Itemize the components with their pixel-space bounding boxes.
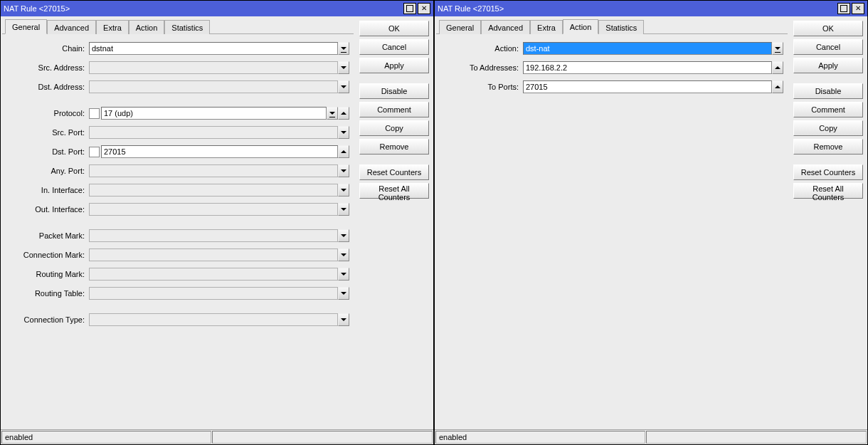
connection-type-input[interactable] [89, 313, 338, 326]
tab-extra[interactable]: Extra [530, 20, 563, 34]
in-interface-expand-icon[interactable] [338, 184, 349, 197]
reset-counters-button[interactable]: Reset Counters [793, 164, 863, 180]
chain-label: Chain: [6, 44, 89, 53]
routing-table-expand-icon[interactable] [338, 287, 349, 300]
reset-counters-button[interactable]: Reset Counters [359, 164, 429, 180]
apply-button[interactable]: Apply [793, 58, 863, 73]
window-title: NAT Rule <27015> [4, 4, 402, 13]
packet-mark-input[interactable] [89, 229, 338, 242]
ok-button[interactable]: OK [359, 21, 429, 36]
src-address-label: Src. Address: [6, 63, 89, 72]
chain-dropdown-icon[interactable] [338, 42, 349, 55]
to-ports-collapse-icon[interactable] [772, 80, 783, 93]
routing-mark-label: Routing Mark: [6, 270, 89, 278]
dst-port-invert-checkbox[interactable] [89, 147, 100, 157]
comment-button[interactable]: Comment [793, 102, 863, 117]
close-icon[interactable]: ✕ [418, 3, 430, 14]
tab-extra[interactable]: Extra [96, 20, 129, 34]
tab-general[interactable]: General [439, 20, 481, 34]
to-addresses-collapse-icon[interactable] [772, 61, 783, 74]
copy-button[interactable]: Copy [793, 120, 863, 136]
tab-general[interactable]: General [5, 19, 47, 34]
src-address-input[interactable] [89, 61, 338, 74]
src-port-input[interactable] [89, 126, 338, 139]
comment-button[interactable]: Comment [359, 102, 429, 117]
tab-action[interactable]: Action [129, 20, 165, 34]
protocol-dropdown-icon[interactable] [327, 107, 338, 120]
connection-mark-expand-icon[interactable] [338, 248, 349, 261]
dst-address-input[interactable] [89, 80, 338, 93]
routing-mark-input[interactable] [89, 268, 338, 281]
reset-all-counters-button[interactable]: Reset All Counters [793, 183, 863, 199]
tab-statistics[interactable]: Statistics [598, 20, 644, 34]
to-ports-input[interactable] [523, 80, 772, 93]
reset-all-counters-button[interactable]: Reset All Counters [359, 183, 429, 199]
tab-advanced[interactable]: Advanced [481, 20, 530, 34]
protocol-input[interactable] [101, 107, 327, 120]
src-address-expand-icon[interactable] [338, 61, 349, 74]
maximize-icon[interactable] [403, 3, 416, 14]
nat-rule-window-right: NAT Rule <27015> ✕ General Advanced Extr… [434, 0, 868, 445]
any-port-expand-icon[interactable] [338, 164, 349, 177]
any-port-input[interactable] [89, 164, 338, 177]
protocol-invert-checkbox[interactable] [89, 108, 100, 119]
out-interface-label: Out. Interface: [6, 205, 89, 214]
connection-type-expand-icon[interactable] [338, 313, 349, 326]
packet-mark-label: Packet Mark: [6, 231, 89, 240]
button-column: OK Cancel Apply Disable Comment Copy Rem… [355, 16, 433, 429]
cancel-button[interactable]: Cancel [359, 39, 429, 55]
tabstrip: General Advanced Extra Action Statistics [2, 18, 354, 34]
apply-button[interactable]: Apply [359, 58, 429, 73]
cancel-button[interactable]: Cancel [793, 39, 863, 55]
status-text: enabled [1, 431, 211, 444]
tab-action[interactable]: Action [563, 19, 599, 34]
chain-input[interactable] [89, 42, 338, 55]
dst-port-collapse-icon[interactable] [338, 145, 349, 158]
protocol-label: Protocol: [6, 109, 89, 117]
titlebar: NAT Rule <27015> ✕ [435, 1, 867, 16]
remove-button[interactable]: Remove [793, 139, 863, 155]
tab-advanced[interactable]: Advanced [47, 20, 96, 34]
out-interface-expand-icon[interactable] [338, 203, 349, 216]
in-interface-label: In. Interface: [6, 186, 89, 194]
connection-type-label: Connection Type: [6, 315, 89, 324]
status-text: enabled [435, 431, 645, 444]
titlebar: NAT Rule <27015> ✕ [1, 1, 433, 16]
button-column: OK Cancel Apply Disable Comment Copy Rem… [789, 16, 867, 429]
src-port-expand-icon[interactable] [338, 126, 349, 139]
routing-table-input[interactable] [89, 287, 338, 300]
close-icon[interactable]: ✕ [852, 3, 864, 14]
dst-port-input[interactable] [101, 145, 338, 158]
packet-mark-expand-icon[interactable] [338, 229, 349, 242]
routing-table-label: Routing Table: [6, 289, 89, 298]
disable-button[interactable]: Disable [359, 83, 429, 99]
disable-button[interactable]: Disable [793, 83, 863, 99]
dst-address-expand-icon[interactable] [338, 80, 349, 93]
dst-port-label: Dst. Port: [6, 147, 89, 156]
action-dropdown-icon[interactable] [772, 42, 783, 55]
dst-address-label: Dst. Address: [6, 83, 89, 91]
out-interface-input[interactable] [89, 203, 338, 216]
copy-button[interactable]: Copy [359, 120, 429, 136]
statusbar: enabled [435, 429, 867, 444]
any-port-label: Any. Port: [6, 167, 89, 175]
ok-button[interactable]: OK [793, 21, 863, 36]
src-port-label: Src. Port: [6, 128, 89, 137]
action-input[interactable] [523, 42, 772, 55]
status-spacer [212, 431, 433, 444]
tabstrip: General Advanced Extra Action Statistics [436, 18, 788, 34]
connection-mark-input[interactable] [89, 248, 338, 261]
to-addresses-label: To Addresses: [440, 63, 523, 72]
in-interface-input[interactable] [89, 184, 338, 197]
to-ports-label: To Ports: [440, 83, 523, 91]
nat-rule-window-left: NAT Rule <27015> ✕ General Advanced Extr… [0, 0, 434, 445]
action-label: Action: [440, 44, 523, 53]
status-spacer [646, 431, 867, 444]
to-addresses-input[interactable] [523, 61, 772, 74]
remove-button[interactable]: Remove [359, 139, 429, 155]
maximize-icon[interactable] [837, 3, 850, 14]
statusbar: enabled [1, 429, 433, 444]
protocol-collapse-icon[interactable] [338, 107, 349, 120]
routing-mark-expand-icon[interactable] [338, 268, 349, 281]
tab-statistics[interactable]: Statistics [164, 20, 210, 34]
